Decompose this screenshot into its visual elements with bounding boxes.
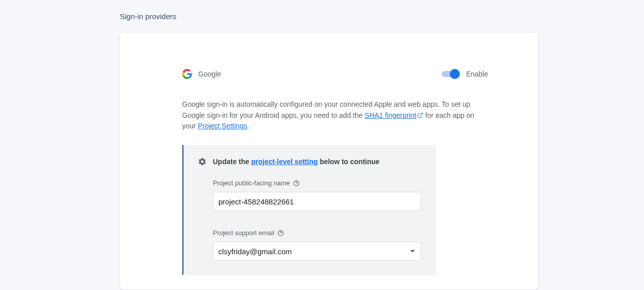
- svg-point-2: [296, 184, 297, 185]
- settings-panel: Update the project-level setting below t…: [182, 145, 436, 275]
- support-email-select[interactable]: clsyfriday@gmail.com: [213, 242, 421, 261]
- support-email-label: Project support email: [213, 229, 274, 237]
- provider-name: Google: [198, 70, 221, 78]
- google-icon: [182, 69, 192, 79]
- external-link-icon: [417, 112, 423, 118]
- project-settings-link[interactable]: Project Settings: [198, 122, 247, 130]
- support-email-field-group: Project support email clsyfriday@gmail.c…: [213, 229, 422, 261]
- help-icon[interactable]: [277, 230, 284, 237]
- public-name-field-group: Project public-facing name: [213, 179, 422, 211]
- project-level-setting-link[interactable]: project-level setting: [251, 158, 317, 166]
- svg-line-0: [420, 113, 423, 116]
- provider-card: Google Enable Google sign-in is automati…: [120, 33, 538, 289]
- help-icon[interactable]: [293, 180, 300, 187]
- enable-toggle-label: Enable: [466, 70, 488, 78]
- page-title: Sign-in providers: [120, 12, 538, 21]
- public-name-input[interactable]: [213, 192, 421, 211]
- provider-description: Google sign-in is automatically configur…: [182, 99, 484, 132]
- svg-point-4: [281, 234, 281, 235]
- description-text-3: .: [247, 122, 249, 130]
- panel-title: Update the project-level setting below t…: [213, 158, 379, 166]
- provider-header: Google Enable: [182, 69, 488, 79]
- gear-icon: [198, 157, 207, 166]
- public-name-label: Project public-facing name: [213, 179, 290, 187]
- sha1-fingerprint-link[interactable]: SHA1 fingerprint: [365, 111, 424, 119]
- enable-toggle[interactable]: [442, 69, 460, 79]
